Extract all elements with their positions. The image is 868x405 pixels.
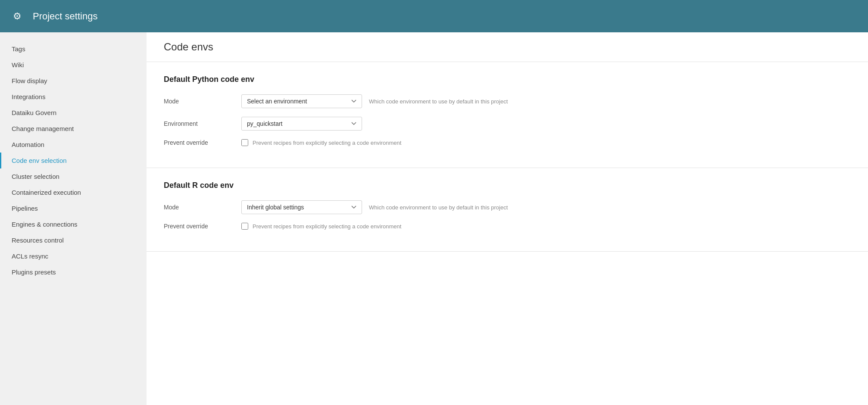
python-mode-control: Select an environment Inherit global set…: [241, 94, 508, 108]
content-page-title: Code envs: [147, 32, 868, 62]
header: ⚙ Project settings: [0, 0, 868, 32]
sidebar-item-cluster-selection[interactable]: Cluster selection: [0, 168, 147, 184]
python-prevent-hint: Prevent recipes from explicitly selectin…: [253, 140, 401, 146]
python-mode-row: Mode Select an environment Inherit globa…: [164, 94, 851, 108]
r-prevent-checkbox[interactable]: [241, 223, 248, 230]
sidebar-item-code-env-selection[interactable]: Code env selection: [0, 153, 147, 168]
sidebar-item-engines-connections[interactable]: Engines & connections: [0, 216, 147, 232]
main-content: Code envs Default Python code env Mode S…: [147, 32, 868, 405]
python-mode-hint: Which code environment to use by default…: [369, 98, 508, 105]
r-mode-control: Inherit global settings Select an enviro…: [241, 200, 508, 214]
r-prevent-control: Prevent recipes from explicitly selectin…: [241, 223, 401, 230]
r-prevent-row: Prevent override Prevent recipes from ex…: [164, 223, 851, 230]
r-mode-select[interactable]: Inherit global settings Select an enviro…: [241, 200, 362, 214]
sidebar-item-change-management[interactable]: Change management: [0, 121, 147, 137]
r-section: Default R code env Mode Inherit global s…: [147, 168, 868, 252]
sidebar-item-integrations[interactable]: Integrations: [0, 89, 147, 105]
r-mode-hint: Which code environment to use by default…: [369, 204, 508, 211]
sidebar: TagsWikiFlow displayIntegrationsDataiku …: [0, 32, 147, 405]
sidebar-item-resources-control[interactable]: Resources control: [0, 232, 147, 248]
python-section-title: Default Python code env: [164, 75, 851, 84]
r-mode-label: Mode: [164, 204, 241, 211]
python-mode-select[interactable]: Select an environment Inherit global set…: [241, 94, 362, 108]
settings-icon: ⚙: [9, 8, 26, 25]
python-prevent-checkbox[interactable]: [241, 139, 248, 146]
sidebar-item-pipelines[interactable]: Pipelines: [0, 200, 147, 216]
python-mode-label: Mode: [164, 98, 241, 105]
python-prevent-control: Prevent recipes from explicitly selectin…: [241, 139, 401, 146]
sidebar-item-containerized-execution[interactable]: Containerized execution: [0, 184, 147, 200]
page-title: Project settings: [33, 11, 97, 22]
python-section: Default Python code env Mode Select an e…: [147, 62, 868, 168]
sidebar-item-wiki[interactable]: Wiki: [0, 57, 147, 73]
r-prevent-label: Prevent override: [164, 223, 241, 230]
python-env-select[interactable]: py_quickstart: [241, 117, 362, 131]
python-prevent-checkbox-row: Prevent recipes from explicitly selectin…: [241, 139, 401, 146]
r-section-title: Default R code env: [164, 181, 851, 190]
sidebar-item-tags[interactable]: Tags: [0, 41, 147, 57]
r-prevent-hint: Prevent recipes from explicitly selectin…: [253, 223, 401, 230]
python-prevent-row: Prevent override Prevent recipes from ex…: [164, 139, 851, 146]
r-prevent-checkbox-row: Prevent recipes from explicitly selectin…: [241, 223, 401, 230]
python-env-control: py_quickstart: [241, 117, 362, 131]
sidebar-item-acls-resync[interactable]: ACLs resync: [0, 248, 147, 264]
python-prevent-label: Prevent override: [164, 139, 241, 146]
sidebar-item-flow-display[interactable]: Flow display: [0, 73, 147, 89]
sidebar-item-dataiku-govern[interactable]: Dataiku Govern: [0, 105, 147, 121]
r-mode-row: Mode Inherit global settings Select an e…: [164, 200, 851, 214]
sidebar-item-plugins-presets[interactable]: Plugins presets: [0, 264, 147, 280]
sidebar-item-automation[interactable]: Automation: [0, 137, 147, 153]
python-env-row: Environment py_quickstart: [164, 117, 851, 131]
layout: TagsWikiFlow displayIntegrationsDataiku …: [0, 32, 868, 405]
python-env-label: Environment: [164, 120, 241, 127]
